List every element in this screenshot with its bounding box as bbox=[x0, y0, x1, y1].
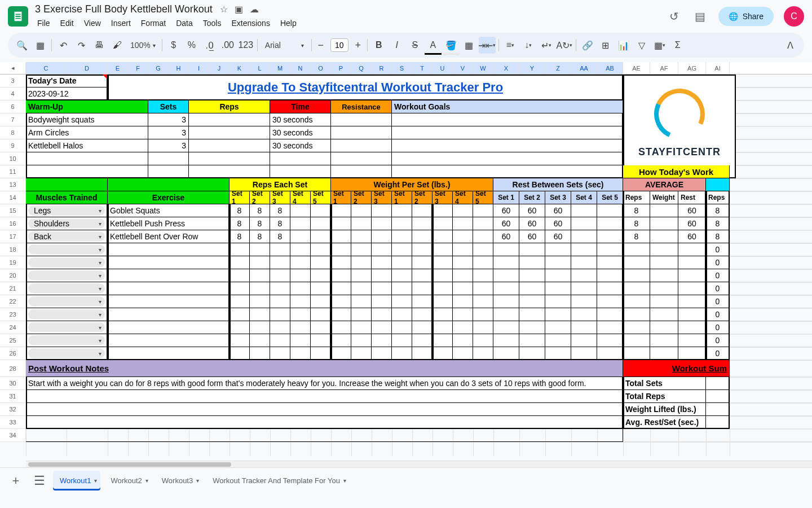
row-header[interactable]: 15 bbox=[0, 204, 26, 217]
row-header[interactable]: 18 bbox=[0, 243, 26, 256]
row-header[interactable]: 21 bbox=[0, 282, 26, 295]
col-header[interactable]: O bbox=[311, 62, 331, 74]
increase-font-icon[interactable]: + bbox=[352, 39, 364, 51]
row-header[interactable]: 28 bbox=[0, 360, 26, 376]
col-header[interactable]: Q bbox=[351, 62, 372, 74]
row-header[interactable]: 9 bbox=[0, 139, 26, 152]
menu-tools[interactable]: Tools bbox=[198, 17, 226, 29]
col-header[interactable]: K bbox=[230, 62, 250, 74]
muscle-select[interactable]: ▾ bbox=[26, 269, 108, 282]
row-header[interactable]: 3 bbox=[0, 75, 26, 87]
font-select[interactable]: Arial▾ bbox=[261, 41, 308, 50]
chart-icon[interactable]: 📊 bbox=[615, 37, 632, 54]
cloud-icon[interactable]: ☁ bbox=[250, 4, 259, 15]
move-icon[interactable]: ▣ bbox=[235, 4, 243, 15]
col-header[interactable]: W bbox=[473, 62, 493, 74]
col-header[interactable]: L bbox=[250, 62, 270, 74]
all-sheets-icon[interactable]: ☰ bbox=[29, 471, 50, 491]
col-header[interactable]: S bbox=[392, 62, 412, 74]
row-header[interactable]: 26 bbox=[0, 347, 26, 360]
row-header[interactable]: 22 bbox=[0, 295, 26, 308]
sheets-logo[interactable] bbox=[8, 6, 28, 27]
row-header[interactable]: 30 bbox=[0, 377, 26, 389]
wrap-icon[interactable]: ↵ ▾ bbox=[538, 37, 555, 54]
currency-icon[interactable]: $ bbox=[165, 37, 182, 54]
strike-icon[interactable]: S bbox=[407, 37, 423, 54]
muscle-select[interactable]: ▾ bbox=[26, 295, 108, 308]
print-area-icon[interactable]: ▦ bbox=[32, 37, 48, 54]
text-color-icon[interactable]: A bbox=[425, 37, 442, 54]
col-header[interactable]: P bbox=[331, 62, 351, 74]
history-icon[interactable]: ↺ bbox=[667, 8, 682, 24]
col-header[interactable]: T bbox=[412, 62, 433, 74]
horizontal-scrollbar[interactable] bbox=[26, 461, 812, 467]
share-button[interactable]: 🌐 Share bbox=[718, 7, 774, 26]
col-header[interactable]: R bbox=[372, 62, 392, 74]
menu-view[interactable]: View bbox=[80, 17, 105, 29]
row-header[interactable]: 24 bbox=[0, 321, 26, 334]
row-header[interactable]: 6 bbox=[0, 100, 26, 113]
zoom-select[interactable]: 100%▾ bbox=[127, 41, 159, 50]
col-header[interactable]: J bbox=[209, 62, 230, 74]
col-header[interactable]: N bbox=[290, 62, 311, 74]
col-header[interactable]: AF bbox=[650, 62, 678, 74]
scroll-left-icon[interactable]: ◂ bbox=[0, 62, 26, 74]
account-avatar[interactable]: C bbox=[784, 6, 804, 27]
muscle-select[interactable]: ▾ bbox=[26, 243, 108, 256]
row-header[interactable]: 23 bbox=[0, 308, 26, 321]
col-header[interactable]: C bbox=[26, 62, 67, 74]
row-header[interactable]: 20 bbox=[0, 269, 26, 282]
undo-icon[interactable]: ↶ bbox=[55, 37, 72, 54]
comments-icon[interactable]: ▤ bbox=[692, 8, 708, 24]
menu-extensions[interactable]: Extensions bbox=[227, 17, 274, 29]
redo-icon[interactable]: ↷ bbox=[73, 37, 90, 54]
upgrade-link[interactable]: Upgrade To Stayfitcentral Workout Tracke… bbox=[108, 75, 623, 100]
menu-help[interactable]: Help bbox=[276, 17, 301, 29]
row-header[interactable]: 19 bbox=[0, 256, 26, 269]
sheet-tab-workout1[interactable]: Workout1▾ bbox=[53, 471, 100, 491]
percent-icon[interactable]: % bbox=[183, 37, 200, 54]
align-icon[interactable]: ≡ ▾ bbox=[502, 37, 519, 54]
borders-icon[interactable]: ▦ bbox=[461, 37, 478, 54]
col-header[interactable]: M bbox=[270, 62, 290, 74]
col-header[interactable]: AB bbox=[597, 62, 623, 74]
menu-file[interactable]: File bbox=[33, 17, 55, 29]
collapse-icon[interactable]: ᐱ bbox=[782, 37, 798, 54]
row-header[interactable]: 31 bbox=[0, 390, 26, 402]
bold-icon[interactable]: B bbox=[370, 37, 387, 54]
muscle-select[interactable]: Back▾ bbox=[26, 230, 108, 243]
menu-edit[interactable]: Edit bbox=[56, 17, 78, 29]
search-icon[interactable]: 🔍 bbox=[14, 37, 30, 54]
col-header[interactable]: X bbox=[493, 62, 519, 74]
functions-icon[interactable]: Σ bbox=[669, 37, 686, 54]
row-header[interactable]: 8 bbox=[0, 126, 26, 139]
row-header[interactable]: 7 bbox=[0, 113, 26, 126]
col-header[interactable]: U bbox=[433, 62, 453, 74]
rotate-icon[interactable]: A↻ ▾ bbox=[556, 37, 573, 54]
valign-icon[interactable]: ↓ ▾ bbox=[520, 37, 537, 54]
sheet-tab-template[interactable]: Workout Tracker And Template For You▾ bbox=[206, 471, 350, 491]
menu-insert[interactable]: Insert bbox=[107, 17, 135, 29]
more-formats-icon[interactable]: 123 bbox=[237, 37, 254, 54]
print-icon[interactable]: 🖶 bbox=[91, 37, 108, 54]
increase-decimal-icon[interactable]: .00 bbox=[219, 37, 236, 54]
col-header[interactable]: I bbox=[189, 62, 209, 74]
menu-format[interactable]: Format bbox=[136, 17, 170, 29]
row-header[interactable]: 10 bbox=[0, 152, 26, 165]
muscle-select[interactable]: ▾ bbox=[26, 256, 108, 269]
muscle-select[interactable]: Shoulders▾ bbox=[26, 217, 108, 230]
col-header[interactable]: AE bbox=[623, 62, 650, 74]
col-header[interactable]: E bbox=[108, 62, 128, 74]
star-icon[interactable]: ☆ bbox=[220, 4, 228, 15]
col-header[interactable]: F bbox=[128, 62, 148, 74]
col-header[interactable]: Y bbox=[519, 62, 545, 74]
sheet-tab-workout3[interactable]: Workout3▾ bbox=[155, 471, 202, 491]
muscle-select[interactable]: ▾ bbox=[26, 308, 108, 321]
decrease-decimal-icon[interactable]: .0̲ bbox=[201, 37, 218, 54]
muscle-select[interactable]: Legs▾ bbox=[26, 204, 108, 217]
muscle-select[interactable]: ▾ bbox=[26, 321, 108, 334]
col-header[interactable]: AI bbox=[706, 62, 730, 74]
col-header[interactable]: D bbox=[67, 62, 108, 74]
italic-icon[interactable]: I bbox=[389, 37, 405, 54]
add-sheet-icon[interactable]: + bbox=[6, 471, 26, 491]
